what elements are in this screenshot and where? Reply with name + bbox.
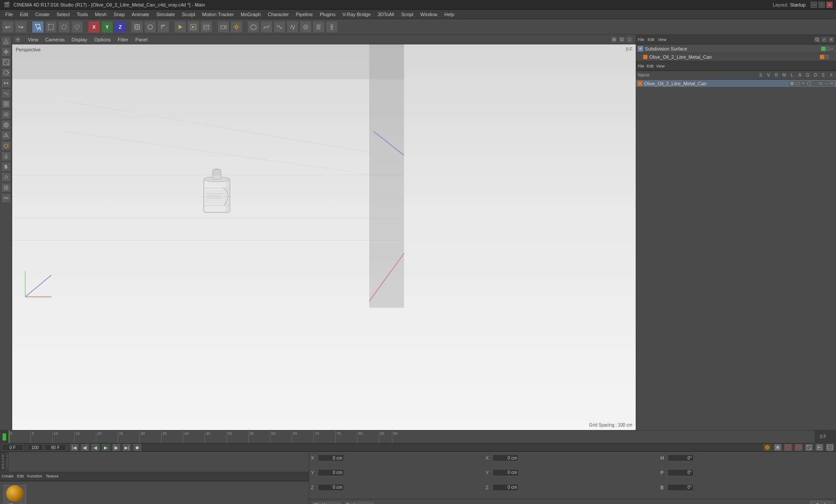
- left-tool-9[interactable]: [1, 120, 11, 130]
- scene-col-3[interactable]: ≡: [801, 81, 806, 86]
- olive-col-icon[interactable]: [820, 55, 824, 59]
- viewport-menu-display[interactable]: Display: [70, 36, 89, 43]
- rectangle-select-tool[interactable]: [45, 21, 57, 33]
- menu-edit[interactable]: Edit: [17, 11, 32, 18]
- redo-button[interactable]: ↪: [15, 21, 27, 33]
- circle-select-tool[interactable]: [58, 21, 70, 33]
- y-position-input[interactable]: [318, 469, 344, 476]
- scene-col-8[interactable]: H: [829, 81, 834, 86]
- z-position-input[interactable]: [318, 484, 344, 491]
- render-region[interactable]: [187, 21, 199, 33]
- viewport-expand[interactable]: [15, 37, 21, 43]
- left-tool-10[interactable]: [1, 131, 11, 140]
- next-frame-button[interactable]: |▶: [112, 444, 121, 451]
- record-button[interactable]: ⏺: [133, 444, 142, 451]
- character-tool[interactable]: [326, 21, 338, 33]
- scene-file[interactable]: File: [638, 64, 644, 68]
- menu-help[interactable]: Help: [441, 11, 458, 18]
- move-z-tool[interactable]: Z: [114, 21, 126, 33]
- prev-frame-button[interactable]: ◀|: [81, 444, 89, 451]
- material-item-vr-mat[interactable]: VR_mat: [3, 485, 26, 504]
- viewport-icon-1[interactable]: ⊞: [610, 36, 617, 43]
- left-tool-12[interactable]: [1, 151, 11, 161]
- menu-snap[interactable]: Snap: [110, 11, 128, 18]
- menu-plugins[interactable]: Plugins: [316, 11, 339, 18]
- menu-sculpt[interactable]: Sculpt: [179, 11, 199, 18]
- scale-dropdown[interactable]: Scale: [344, 501, 374, 504]
- goto-end-button[interactable]: ▶|: [122, 444, 131, 451]
- scene-view[interactable]: View: [656, 64, 664, 68]
- x-position-input[interactable]: [318, 454, 344, 461]
- left-tool-15[interactable]: [1, 183, 11, 192]
- texture-mode[interactable]: [144, 21, 156, 33]
- play-forward-button[interactable]: ▶: [101, 444, 110, 451]
- menu-animate[interactable]: Animate: [128, 11, 153, 18]
- effector-tool[interactable]: [300, 21, 312, 33]
- subdivision-row[interactable]: ⊞ Subdivision Surface ✓: [636, 44, 836, 53]
- mat-create[interactable]: Create: [2, 474, 13, 478]
- viewport-menu-options[interactable]: Options: [92, 36, 112, 43]
- end-frame-input[interactable]: [44, 444, 66, 451]
- scene-col-7[interactable]: ↔: [823, 81, 829, 86]
- render-button[interactable]: [174, 21, 186, 33]
- scene-col-1[interactable]: [789, 81, 795, 86]
- scene-col-5[interactable]: [812, 81, 817, 86]
- left-tool-s[interactable]: S: [1, 162, 11, 171]
- b-rot-input[interactable]: [667, 484, 694, 491]
- apply-button[interactable]: Apply: [810, 501, 833, 504]
- p-rot-input[interactable]: [667, 469, 694, 476]
- scene-object-row[interactable]: Olive_Oil_2_Litre_Metal_Can ≡: [636, 80, 836, 87]
- scene-col-6[interactable]: ⊡: [818, 81, 823, 86]
- scene-col-4[interactable]: [806, 81, 812, 86]
- olive-vis-icon[interactable]: [825, 55, 829, 59]
- world-dropdown[interactable]: World Object: [312, 501, 342, 504]
- close-button[interactable]: ✕: [826, 2, 833, 8]
- viewport-menu-panel[interactable]: Panel: [134, 36, 149, 43]
- left-tool-16[interactable]: [1, 193, 11, 203]
- menu-create[interactable]: Create: [32, 11, 53, 18]
- playback-icon-6[interactable]: [815, 444, 824, 451]
- fps-input[interactable]: [27, 444, 43, 451]
- viewport-3d[interactable]: Perspective: [12, 44, 636, 430]
- scene-col-2[interactable]: [795, 81, 800, 86]
- viewport-menu-cameras[interactable]: Cameras: [44, 36, 67, 43]
- playback-icon-7[interactable]: [826, 444, 834, 451]
- left-tool-6[interactable]: [1, 89, 11, 98]
- y-scale-input[interactable]: [492, 469, 519, 476]
- subdiv-check-icon[interactable]: [826, 47, 830, 51]
- spline-tool[interactable]: [260, 21, 273, 33]
- playback-icon-4[interactable]: [794, 444, 803, 451]
- minimize-button[interactable]: —: [811, 2, 817, 8]
- obj-mgr-checkmark-icon[interactable]: ✓: [821, 37, 827, 43]
- free-select-tool[interactable]: [71, 21, 83, 33]
- viewport-icon-3[interactable]: □: [626, 36, 633, 43]
- h-rot-input[interactable]: [667, 454, 694, 461]
- left-tool-scale[interactable]: [1, 57, 11, 67]
- mat-edit[interactable]: Edit: [17, 474, 24, 478]
- menu-vray[interactable]: V-Ray Bridge: [339, 11, 374, 18]
- live-select-tool[interactable]: [32, 21, 44, 33]
- z-scale-input[interactable]: [492, 484, 519, 491]
- goto-start-button[interactable]: |◀: [70, 444, 79, 451]
- axis-mode[interactable]: [157, 21, 169, 33]
- viewport-icon-2[interactable]: ⊡: [618, 36, 625, 43]
- hair-tool[interactable]: [313, 21, 325, 33]
- left-tool-14[interactable]: [1, 172, 11, 182]
- menu-mograph[interactable]: MoGraph: [237, 11, 264, 18]
- left-tool-7[interactable]: [1, 99, 11, 109]
- undo-button[interactable]: ↩: [2, 21, 14, 33]
- maximize-button[interactable]: □: [819, 2, 825, 8]
- timeline[interactable]: 0 5 10 15 20 25 30 35 40 45 50 55 60 65 …: [0, 430, 836, 444]
- move-x-tool[interactable]: X: [88, 21, 100, 33]
- viewport-menu-filter[interactable]: Filter: [116, 36, 130, 43]
- subdiv-vis-icon[interactable]: [821, 47, 826, 51]
- playback-icon-5[interactable]: [805, 444, 813, 451]
- menu-3dtoall[interactable]: 3DToAll: [374, 11, 398, 18]
- menu-file[interactable]: File: [2, 11, 17, 18]
- obj-mgr-x-icon[interactable]: ✕: [828, 37, 834, 43]
- left-tool-5[interactable]: [1, 78, 11, 88]
- menu-simulate[interactable]: Simulate: [153, 11, 179, 18]
- mat-function[interactable]: Function: [27, 474, 43, 478]
- polygon-tool[interactable]: [247, 21, 260, 33]
- obj-mgr-edit[interactable]: Edit: [648, 37, 655, 42]
